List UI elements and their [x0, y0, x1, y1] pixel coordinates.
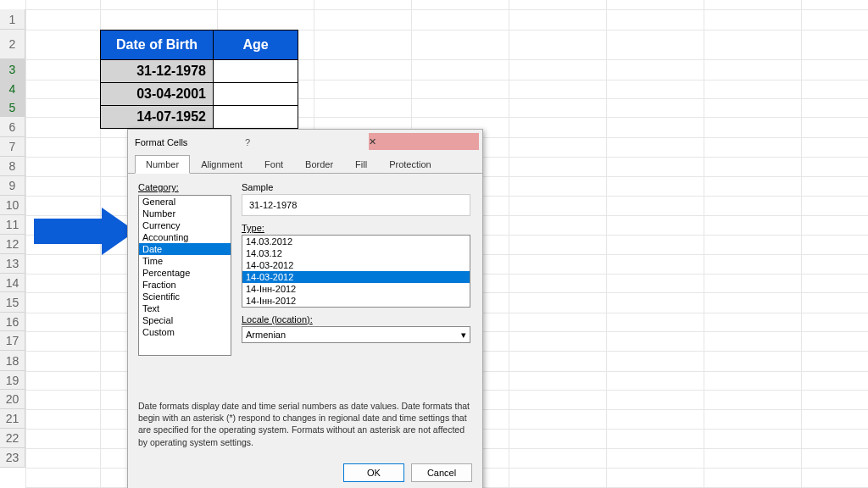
- row-header[interactable]: 5: [0, 98, 25, 117]
- sample-label: Sample: [242, 182, 472, 192]
- row-header[interactable]: 20: [0, 390, 25, 409]
- row-header[interactable]: 9: [0, 176, 25, 196]
- category-item[interactable]: Time: [139, 255, 231, 267]
- sample-box: 31-12-1978: [242, 194, 470, 216]
- row-header[interactable]: 23: [0, 448, 25, 468]
- row-header[interactable]: 1: [0, 9, 25, 30]
- type-list[interactable]: 14.03.201214.03.1214-03-201214-03-201214…: [242, 235, 470, 308]
- type-item[interactable]: 2012-03-14: [242, 307, 470, 308]
- row-header[interactable]: 4: [0, 80, 25, 98]
- row-header[interactable]: 8: [0, 157, 25, 176]
- tab-border[interactable]: Border: [294, 155, 344, 174]
- row-header[interactable]: 17: [0, 331, 25, 351]
- type-item[interactable]: 14-03-2012: [242, 271, 470, 283]
- cell-age-2[interactable]: [214, 83, 298, 106]
- type-item[interactable]: 14-Інн-2012: [242, 295, 470, 307]
- locale-label: Locale (location):: [242, 314, 313, 324]
- callout-arrow: [34, 219, 102, 246]
- type-item[interactable]: 14.03.2012: [242, 236, 470, 247]
- dialog-title: Format Cells: [135, 137, 245, 147]
- category-label: Category:: [138, 182, 231, 192]
- description-text: Date formats display date and time seria…: [138, 356, 472, 448]
- dialog-titlebar[interactable]: Format Cells ? ✕: [128, 130, 482, 155]
- locale-value: Armenian: [246, 330, 286, 340]
- close-icon: ✕: [369, 136, 479, 147]
- category-item[interactable]: Scientific: [139, 291, 231, 302]
- tab-alignment[interactable]: Alignment: [190, 155, 253, 174]
- row-header[interactable]: 11: [0, 215, 25, 235]
- type-item[interactable]: 14-03-2012: [242, 259, 470, 271]
- cell-dob-3[interactable]: 14-07-1952: [101, 106, 214, 129]
- row-header[interactable]: 13: [0, 254, 25, 274]
- cancel-button[interactable]: Cancel: [411, 463, 472, 482]
- sample-value: 31-12-1978: [249, 200, 297, 210]
- header-age[interactable]: Age: [214, 30, 298, 60]
- cell-dob-2[interactable]: 03-04-2001: [101, 83, 214, 106]
- close-button[interactable]: ✕: [369, 133, 479, 150]
- category-item[interactable]: Special: [139, 314, 231, 326]
- header-dob[interactable]: Date of Birth: [101, 30, 214, 60]
- help-button[interactable]: ?: [245, 137, 355, 147]
- category-item[interactable]: Currency: [139, 219, 231, 231]
- tab-protection[interactable]: Protection: [378, 155, 442, 174]
- row-header[interactable]: 14: [0, 274, 25, 292]
- category-item[interactable]: Number: [139, 208, 231, 219]
- cell-dob-1[interactable]: 31-12-1978: [101, 60, 214, 83]
- dialog-tabs: NumberAlignmentFontBorderFillProtection: [128, 155, 482, 174]
- ok-button[interactable]: OK: [343, 463, 404, 482]
- category-item[interactable]: Accounting: [139, 231, 231, 243]
- tab-number[interactable]: Number: [135, 155, 190, 174]
- category-item[interactable]: Date: [139, 243, 231, 255]
- data-table: Date of Birth Age 31-12-1978 03-04-2001 …: [100, 30, 298, 129]
- cell-age-1[interactable]: [214, 60, 298, 83]
- category-item[interactable]: Text: [139, 302, 231, 314]
- row-header[interactable]: 15: [0, 292, 25, 313]
- category-item[interactable]: Custom: [139, 326, 231, 338]
- row-header[interactable]: 18: [0, 351, 25, 371]
- category-item[interactable]: General: [139, 196, 231, 208]
- type-item[interactable]: 14.03.12: [242, 247, 470, 259]
- row-header[interactable]: 2: [0, 30, 25, 59]
- category-item[interactable]: Percentage: [139, 267, 231, 279]
- cell-age-3[interactable]: [214, 106, 298, 129]
- row-header[interactable]: 12: [0, 235, 25, 254]
- tab-font[interactable]: Font: [253, 155, 294, 174]
- row-header[interactable]: 16: [0, 313, 25, 331]
- row-header[interactable]: 6: [0, 117, 25, 137]
- row-header[interactable]: 3: [0, 59, 25, 80]
- category-item[interactable]: Fraction: [139, 279, 231, 291]
- row-header[interactable]: 21: [0, 409, 25, 429]
- type-item[interactable]: 14-Інн-2012: [242, 283, 470, 295]
- format-cells-dialog: Format Cells ? ✕ NumberAlignmentFontBord…: [127, 129, 483, 488]
- row-header[interactable]: 22: [0, 429, 25, 448]
- tab-fill[interactable]: Fill: [344, 155, 378, 174]
- row-header[interactable]: 10: [0, 196, 25, 215]
- category-list[interactable]: GeneralNumberCurrencyAccountingDateTimeP…: [138, 195, 231, 356]
- locale-select[interactable]: Armenian ▾: [242, 326, 470, 343]
- type-label: Type:: [242, 223, 264, 233]
- row-header[interactable]: 7: [0, 137, 25, 157]
- row-header[interactable]: 19: [0, 371, 25, 390]
- chevron-down-icon: ▾: [461, 330, 466, 341]
